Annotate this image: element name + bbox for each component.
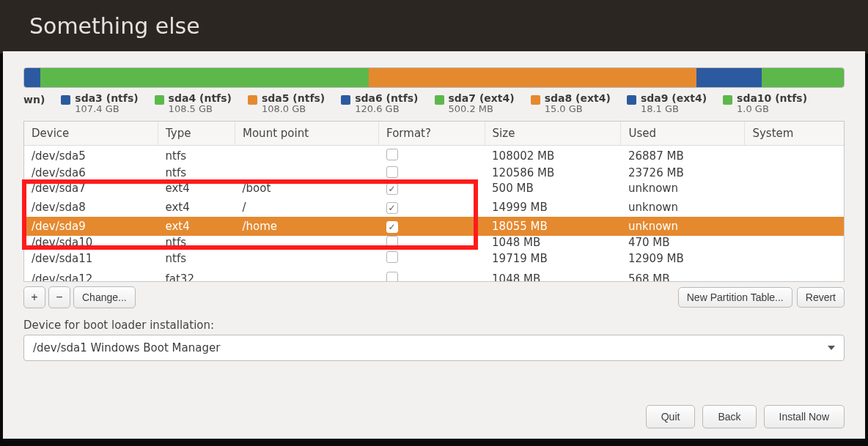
table-row[interactable]: /dev/sda11ntfs19719 MB12909 MB bbox=[24, 248, 844, 269]
remove-partition-button[interactable]: − bbox=[48, 286, 70, 308]
table-row[interactable]: /dev/sda9ext4/home18055 MBunknown bbox=[24, 217, 844, 236]
legend-name: sda4 (ntfs) bbox=[169, 92, 232, 104]
cell-size: 120586 MB bbox=[485, 166, 621, 179]
quit-button[interactable]: Quit bbox=[646, 405, 696, 428]
table-row[interactable]: /dev/sda8ext4/14999 MBunknown bbox=[24, 198, 844, 217]
footer-buttons: Quit Back Install Now bbox=[646, 405, 845, 428]
cell-type: ext4 bbox=[158, 179, 235, 198]
col-used[interactable]: Used bbox=[621, 122, 745, 146]
table-row[interactable]: /dev/sda7ext4/boot500 MBunknown bbox=[24, 179, 844, 198]
cell-format bbox=[379, 217, 485, 236]
format-checkbox[interactable] bbox=[386, 202, 398, 214]
legend-size: 1.0 GB bbox=[737, 104, 807, 115]
new-partition-table-button[interactable]: New Partition Table... bbox=[678, 287, 792, 308]
cell-size: 1048 MB bbox=[485, 269, 621, 282]
page-title: Something else bbox=[29, 13, 839, 39]
cell-system bbox=[745, 236, 844, 248]
back-button[interactable]: Back bbox=[702, 405, 756, 428]
cell-device: /dev/sda9 bbox=[24, 217, 158, 236]
cell-device: /dev/sda7 bbox=[24, 179, 158, 198]
cell-format bbox=[379, 166, 485, 179]
add-partition-button[interactable]: + bbox=[23, 286, 45, 308]
cell-device: /dev/sda6 bbox=[24, 166, 158, 179]
cell-device: /dev/sda8 bbox=[24, 198, 158, 217]
legend-name: sda3 (ntfs) bbox=[75, 92, 138, 104]
table-row[interactable]: /dev/sda6ntfs120586 MB23726 MB bbox=[24, 166, 844, 179]
legend-item: sda8 (ext4)15.0 GB bbox=[531, 92, 611, 115]
legend-item: sda4 (ntfs)108.5 GB bbox=[155, 92, 232, 115]
legend-prefix: wn) bbox=[23, 92, 45, 105]
cell-mount bbox=[235, 166, 379, 179]
change-partition-button[interactable]: Change... bbox=[73, 286, 136, 308]
cell-used: unknown bbox=[621, 198, 745, 217]
format-checkbox[interactable] bbox=[386, 221, 398, 233]
col-size[interactable]: Size bbox=[485, 122, 621, 146]
legend-size: 15.0 GB bbox=[545, 104, 611, 115]
format-checkbox[interactable] bbox=[386, 272, 398, 282]
disk-usage-bar bbox=[23, 67, 845, 88]
bootloader-select[interactable]: /dev/sda1 Windows Boot Manager bbox=[23, 335, 845, 361]
cell-size: 19719 MB bbox=[485, 248, 621, 269]
cell-device: /dev/sda12 bbox=[24, 269, 158, 282]
col-type[interactable]: Type bbox=[158, 122, 235, 146]
cell-used: 23726 MB bbox=[621, 166, 745, 179]
legend-item: sda6 (ntfs)120.6 GB bbox=[341, 92, 418, 115]
col-device[interactable]: Device bbox=[24, 122, 158, 146]
install-now-button[interactable]: Install Now bbox=[764, 405, 845, 428]
legend-name: sda8 (ext4) bbox=[545, 92, 611, 104]
cell-mount: / bbox=[235, 198, 379, 217]
table-row[interactable]: /dev/sda10ntfs1048 MB470 MB bbox=[24, 236, 844, 248]
cell-size: 14999 MB bbox=[485, 198, 621, 217]
color-swatch-icon bbox=[61, 95, 70, 105]
format-checkbox[interactable] bbox=[386, 149, 398, 160]
cell-size: 1048 MB bbox=[485, 236, 621, 248]
color-swatch-icon bbox=[341, 95, 350, 105]
cell-used: unknown bbox=[621, 179, 745, 198]
partition-table-container: Device Type Mount point Format? Size Use… bbox=[23, 121, 845, 282]
legend-item: sda7 (ext4)500.2 MB bbox=[435, 92, 515, 115]
cell-device: /dev/sda5 bbox=[24, 146, 158, 167]
bootloader-value: /dev/sda1 Windows Boot Manager bbox=[33, 341, 220, 354]
format-checkbox[interactable] bbox=[386, 251, 398, 263]
legend-name: sda7 (ext4) bbox=[449, 92, 515, 104]
format-checkbox[interactable] bbox=[386, 183, 398, 195]
cell-system bbox=[745, 198, 844, 217]
cell-format bbox=[379, 198, 485, 217]
cell-device: /dev/sda10 bbox=[24, 236, 158, 248]
legend-name: sda9 (ext4) bbox=[641, 92, 707, 104]
cell-mount bbox=[235, 269, 379, 282]
cell-system bbox=[745, 166, 844, 179]
cell-used: 568 MB bbox=[621, 269, 745, 282]
usage-segment bbox=[24, 68, 40, 87]
cell-format bbox=[379, 179, 485, 198]
legend-size: 500.2 MB bbox=[449, 104, 515, 115]
revert-button[interactable]: Revert bbox=[797, 287, 845, 308]
col-system[interactable]: System bbox=[745, 122, 844, 146]
partition-legend: wn) sda3 (ntfs)107.4 GBsda4 (ntfs)108.5 … bbox=[23, 92, 845, 115]
col-format[interactable]: Format? bbox=[379, 122, 485, 146]
legend-size: 108.5 GB bbox=[169, 104, 232, 115]
cell-system bbox=[745, 248, 844, 269]
cell-format bbox=[379, 146, 485, 167]
cell-mount: /home bbox=[235, 217, 379, 236]
usage-segment bbox=[696, 68, 762, 87]
legend-size: 108.0 GB bbox=[262, 104, 325, 115]
cell-system bbox=[745, 217, 844, 236]
table-row[interactable]: /dev/sda12fat321048 MB568 MB bbox=[24, 269, 844, 282]
legend-item: sda3 (ntfs)107.4 GB bbox=[61, 92, 138, 115]
cell-device: /dev/sda11 bbox=[24, 248, 158, 269]
table-toolbar: + − Change... New Partition Table... Rev… bbox=[23, 286, 845, 308]
table-row[interactable]: /dev/sda5ntfs108002 MB26887 MB bbox=[24, 146, 844, 167]
cell-type: ntfs bbox=[158, 236, 235, 248]
legend-size: 18.1 GB bbox=[641, 104, 707, 115]
format-checkbox[interactable] bbox=[386, 166, 398, 178]
color-swatch-icon bbox=[248, 95, 257, 105]
format-checkbox[interactable] bbox=[386, 236, 398, 248]
cell-used: 12909 MB bbox=[621, 248, 745, 269]
cell-type: ntfs bbox=[158, 166, 235, 179]
cell-mount bbox=[235, 236, 379, 248]
col-mount[interactable]: Mount point bbox=[235, 122, 379, 146]
legend-item: sda9 (ext4)18.1 GB bbox=[627, 92, 707, 115]
cell-size: 500 MB bbox=[485, 179, 621, 198]
cell-type: ntfs bbox=[158, 146, 235, 167]
